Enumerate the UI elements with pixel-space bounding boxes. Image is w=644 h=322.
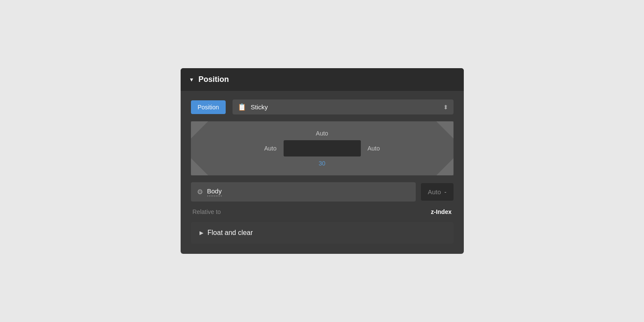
position-center-input[interactable] [284,140,361,156]
position-left-value: Auto [264,145,280,152]
position-panel: ▼ Position Position 📋 Sticky ⬍ Auto Auto [181,68,464,254]
body-label: Body [207,187,222,196]
position-row: Position 📋 Sticky ⬍ [191,99,454,114]
auto-dash: - [444,189,447,196]
relative-to-row: Relative to z-Index [191,208,454,215]
corner-tr-decoration [436,121,454,138]
relative-to-label: Relative to [193,208,221,215]
body-selector[interactable]: ⚙ Body [191,182,416,202]
gear-icon: ⚙ [197,188,203,196]
position-label-button[interactable]: Position [191,100,226,114]
position-top-value: Auto [316,130,328,137]
corner-bl-decoration [191,158,208,175]
position-box-grid: Auto Auto Auto 30 [198,130,447,167]
corner-tl-decoration [191,121,208,138]
position-type-select[interactable]: 📋 Sticky ⬍ [233,99,453,114]
position-offset-widget: Auto Auto Auto 30 [191,121,454,175]
panel-body: Position 📋 Sticky ⬍ Auto Auto Auto 30 [181,91,464,254]
body-selector-row: ⚙ Body Auto - [191,182,454,202]
panel-title: Position [198,75,229,84]
position-bottom-value: 30 [319,160,326,167]
sticky-icon: 📋 [238,103,246,111]
float-and-clear-label: Float and clear [208,229,253,237]
position-right-value: Auto [364,145,380,152]
select-arrows-icon: ⬍ [443,104,448,111]
z-index-label: z-Index [431,208,451,215]
chevron-down-icon: ▼ [189,77,194,83]
panel-header: ▼ Position [181,68,464,91]
auto-value-box[interactable]: Auto - [421,183,454,201]
position-select-left: 📋 Sticky [238,103,268,111]
float-and-clear-row[interactable]: ▶ Float and clear [191,222,454,244]
play-icon: ▶ [200,230,203,236]
corner-br-decoration [436,158,454,175]
position-type-value: Sticky [251,103,268,111]
auto-text: Auto [428,188,441,196]
